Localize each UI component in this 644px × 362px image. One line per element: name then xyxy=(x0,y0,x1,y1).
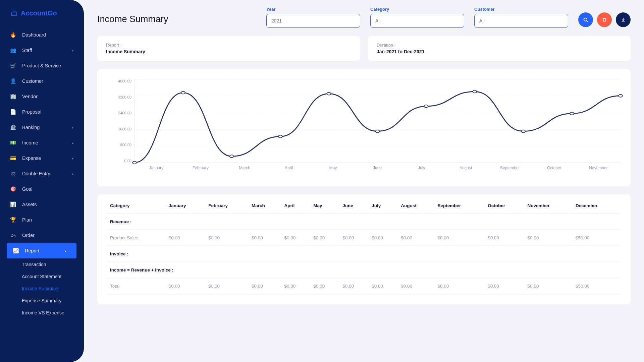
grid-line xyxy=(135,96,621,96)
nav-icon: 🛍 xyxy=(10,232,16,238)
sub-item-transaction[interactable]: Transaction xyxy=(0,258,84,270)
sub-item-income-summary[interactable]: Income Summary xyxy=(0,283,84,295)
year-label: Year xyxy=(266,7,360,12)
col-header: Category xyxy=(107,198,166,214)
sidebar-item-plan[interactable]: 🏆Plan xyxy=(0,212,84,228)
cell: $0.00 xyxy=(485,230,525,246)
sidebar-item-product-service[interactable]: 🛒Product & Service xyxy=(0,58,84,73)
sidebar-item-double-entry[interactable]: ⚖Double Entry▸ xyxy=(0,166,84,181)
x-tick: May xyxy=(311,163,355,173)
download-icon xyxy=(621,17,626,22)
sidebar-item-banking[interactable]: 🏦Banking▸ xyxy=(0,120,84,135)
nav-icon: 🏢 xyxy=(10,94,16,100)
cell: $0.00 xyxy=(525,230,573,246)
nav-label: Income xyxy=(22,140,38,145)
customer-filter: Customer xyxy=(474,7,568,28)
row-label: Total xyxy=(107,278,166,294)
section-row: Invoice : xyxy=(107,246,621,262)
cell: $50.00 xyxy=(573,278,621,294)
col-header: August xyxy=(398,198,435,214)
download-button[interactable] xyxy=(616,12,631,27)
section-row: Income = Revenue + Invoice : xyxy=(107,262,621,278)
duration-label: Duration : xyxy=(377,43,622,48)
year-input[interactable] xyxy=(266,14,360,28)
brand-logo[interactable]: AccountGo xyxy=(0,3,84,27)
customer-input[interactable] xyxy=(474,14,568,28)
sidebar-item-dashboard[interactable]: 🔥Dashboard xyxy=(0,27,84,43)
svg-point-3 xyxy=(181,91,185,94)
nav-label: Proposal xyxy=(22,109,41,115)
col-header: April xyxy=(281,198,311,214)
cell: $0.00 xyxy=(281,230,311,246)
sidebar: AccountGo 🔥Dashboard👥Staff▸🛒Product & Se… xyxy=(0,0,84,362)
search-button[interactable] xyxy=(578,12,593,27)
x-tick: July xyxy=(399,163,444,173)
sub-item-income-vs-expense[interactable]: Income VS Expense xyxy=(0,307,84,319)
chevron-icon: ▸ xyxy=(72,49,74,52)
cell: $0.00 xyxy=(435,278,485,294)
brand-name: AccountGo xyxy=(21,9,57,17)
svg-rect-0 xyxy=(12,12,17,15)
sidebar-item-report[interactable]: 📈Report▸ xyxy=(7,243,76,258)
search-icon xyxy=(583,17,588,22)
x-tick: October xyxy=(532,163,576,173)
y-axis: 4000.003200.002400.001600.00800.000.00 xyxy=(107,79,134,163)
customer-label: Customer xyxy=(474,7,568,12)
chart-line xyxy=(135,79,621,163)
nav-label: Dashboard xyxy=(22,32,46,38)
nav-icon: 💳 xyxy=(10,155,16,161)
sub-item-expense-summary[interactable]: Expense Summary xyxy=(0,295,84,307)
category-input[interactable] xyxy=(370,14,464,28)
cell: $0.00 xyxy=(398,230,435,246)
sidebar-item-proposal[interactable]: 📄Proposal xyxy=(0,104,84,120)
grid-line xyxy=(135,129,621,129)
y-tick: 0.00 xyxy=(107,159,134,163)
sidebar-item-income[interactable]: 💵Income▸ xyxy=(0,135,84,150)
sidebar-item-customer[interactable]: 👤Customer xyxy=(0,73,84,89)
cell: $0.00 xyxy=(249,230,281,246)
col-header: February xyxy=(206,198,249,214)
sidebar-item-expense[interactable]: 💳Expense▸ xyxy=(0,150,84,166)
cell: $0.00 xyxy=(340,230,369,246)
nav-label: Customer xyxy=(22,78,43,84)
page-title: Income Summary xyxy=(97,14,168,28)
delete-button[interactable] xyxy=(597,12,612,27)
sidebar-item-staff[interactable]: 👥Staff▸ xyxy=(0,43,84,58)
cell: $0.00 xyxy=(206,278,249,294)
sidebar-item-assets[interactable]: 📊Assets xyxy=(0,197,84,212)
sidebar-item-goal[interactable]: 🎯Goal xyxy=(0,181,84,197)
table-row: Total$0.00$0.00$0.00$0.00$0.00$0.00$0.00… xyxy=(107,278,621,294)
briefcase-icon xyxy=(10,10,18,17)
col-header: November xyxy=(525,198,573,214)
col-header: June xyxy=(340,198,369,214)
nav-label: Expense xyxy=(22,156,41,161)
chevron-icon: ▸ xyxy=(72,172,74,176)
nav-icon: 👥 xyxy=(10,47,16,53)
table-header-row: CategoryJanuaryFebruaryMarchAprilMayJune… xyxy=(107,198,621,214)
svg-point-4 xyxy=(230,155,234,158)
sidebar-item-order[interactable]: 🛍Order xyxy=(0,228,84,243)
col-header: July xyxy=(369,198,398,214)
cell: $0.00 xyxy=(398,278,435,294)
svg-point-8 xyxy=(424,105,428,108)
sidebar-item-vendor[interactable]: 🏢Vendor xyxy=(0,89,84,104)
plot-area xyxy=(134,79,621,163)
chevron-icon: ▸ xyxy=(72,157,74,160)
row-label: Product Sales xyxy=(107,230,166,246)
grid-line xyxy=(135,113,621,113)
cell: $0.00 xyxy=(369,230,398,246)
sub-item-account-statement[interactable]: Account Statement xyxy=(0,270,84,283)
nav-icon: 🏦 xyxy=(10,124,16,130)
duration-card: Duration : Jan-2021 to Dec-2021 xyxy=(368,36,631,61)
nav-icon: 📈 xyxy=(13,248,19,254)
nav-label: Assets xyxy=(22,202,37,207)
report-label: Report : xyxy=(106,43,351,48)
svg-point-1 xyxy=(584,18,587,21)
chevron-icon: ▸ xyxy=(72,126,74,129)
col-header: October xyxy=(485,198,525,214)
x-tick: June xyxy=(355,163,399,173)
cell: $0.00 xyxy=(311,278,340,294)
section-label: Revenue : xyxy=(107,214,621,230)
cell: $0.00 xyxy=(311,230,340,246)
col-header: September xyxy=(435,198,485,214)
